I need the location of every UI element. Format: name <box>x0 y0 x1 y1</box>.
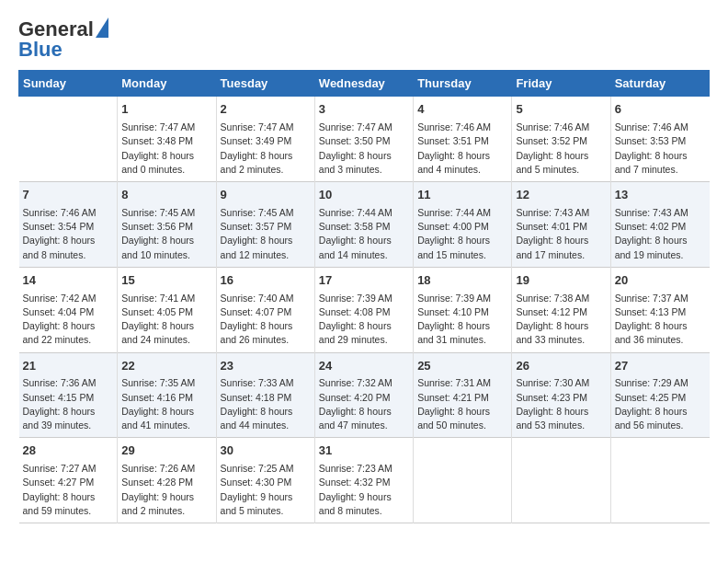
day-number: 9 <box>221 187 311 204</box>
calendar-cell: 4Sunrise: 7:46 AM Sunset: 3:51 PM Daylig… <box>414 97 512 182</box>
calendar-cell: 24Sunrise: 7:32 AM Sunset: 4:20 PM Dayli… <box>314 352 413 438</box>
col-header-sunday: Sunday <box>19 71 118 97</box>
calendar-cell: 5Sunrise: 7:46 AM Sunset: 3:52 PM Daylig… <box>512 97 610 182</box>
day-number: 2 <box>221 101 311 119</box>
day-details: Sunrise: 7:23 AM Sunset: 4:32 PM Dayligh… <box>319 462 409 518</box>
calendar-cell: 16Sunrise: 7:40 AM Sunset: 4:07 PM Dayli… <box>216 267 314 352</box>
day-details: Sunrise: 7:38 AM Sunset: 4:12 PM Dayligh… <box>516 292 606 348</box>
day-details: Sunrise: 7:45 AM Sunset: 3:56 PM Dayligh… <box>121 206 211 262</box>
day-number: 10 <box>319 187 409 204</box>
calendar-cell: 29Sunrise: 7:26 AM Sunset: 4:28 PM Dayli… <box>118 438 216 523</box>
day-number: 20 <box>615 272 706 290</box>
col-header-thursday: Thursday <box>414 71 512 97</box>
day-details: Sunrise: 7:32 AM Sunset: 4:20 PM Dayligh… <box>319 376 409 432</box>
day-details: Sunrise: 7:33 AM Sunset: 4:18 PM Dayligh… <box>221 376 311 432</box>
calendar-cell: 8Sunrise: 7:45 AM Sunset: 3:56 PM Daylig… <box>118 182 216 268</box>
calendar-cell: 25Sunrise: 7:31 AM Sunset: 4:21 PM Dayli… <box>414 352 512 438</box>
day-details: Sunrise: 7:36 AM Sunset: 4:15 PM Dayligh… <box>23 376 114 432</box>
calendar-cell: 22Sunrise: 7:35 AM Sunset: 4:16 PM Dayli… <box>118 352 216 438</box>
day-details: Sunrise: 7:43 AM Sunset: 4:02 PM Dayligh… <box>615 206 706 262</box>
col-header-friday: Friday <box>512 71 610 97</box>
calendar-cell: 17Sunrise: 7:39 AM Sunset: 4:08 PM Dayli… <box>314 267 413 352</box>
day-details: Sunrise: 7:44 AM Sunset: 3:58 PM Dayligh… <box>319 206 409 262</box>
day-number: 7 <box>23 187 114 204</box>
day-number: 14 <box>23 272 114 290</box>
day-details: Sunrise: 7:39 AM Sunset: 4:08 PM Dayligh… <box>319 292 409 348</box>
day-details: Sunrise: 7:46 AM Sunset: 3:51 PM Dayligh… <box>417 121 507 177</box>
day-number: 11 <box>417 187 507 204</box>
day-number: 15 <box>121 272 211 290</box>
week-row-4: 21Sunrise: 7:36 AM Sunset: 4:15 PM Dayli… <box>19 352 710 438</box>
day-number: 16 <box>221 272 311 290</box>
day-details: Sunrise: 7:47 AM Sunset: 3:48 PM Dayligh… <box>121 121 211 177</box>
day-details: Sunrise: 7:42 AM Sunset: 4:04 PM Dayligh… <box>23 292 114 348</box>
logo: General Blue <box>18 18 108 61</box>
calendar-cell <box>19 97 118 182</box>
day-details: Sunrise: 7:40 AM Sunset: 4:07 PM Dayligh… <box>221 292 311 348</box>
day-number: 31 <box>319 442 409 460</box>
day-details: Sunrise: 7:46 AM Sunset: 3:54 PM Dayligh… <box>23 206 114 262</box>
day-number: 19 <box>516 272 606 290</box>
calendar-cell: 1Sunrise: 7:47 AM Sunset: 3:48 PM Daylig… <box>118 97 216 182</box>
col-header-tuesday: Tuesday <box>216 71 314 97</box>
calendar-cell: 31Sunrise: 7:23 AM Sunset: 4:32 PM Dayli… <box>314 438 413 523</box>
day-number: 6 <box>615 101 706 119</box>
day-details: Sunrise: 7:35 AM Sunset: 4:16 PM Dayligh… <box>121 376 211 432</box>
calendar-table: SundayMondayTuesdayWednesdayThursdayFrid… <box>18 70 710 523</box>
week-row-5: 28Sunrise: 7:27 AM Sunset: 4:27 PM Dayli… <box>19 438 710 523</box>
calendar-cell: 18Sunrise: 7:39 AM Sunset: 4:10 PM Dayli… <box>414 267 512 352</box>
calendar-cell: 28Sunrise: 7:27 AM Sunset: 4:27 PM Dayli… <box>19 438 118 523</box>
day-number: 30 <box>221 442 311 460</box>
calendar-cell: 26Sunrise: 7:30 AM Sunset: 4:23 PM Dayli… <box>512 352 610 438</box>
day-details: Sunrise: 7:26 AM Sunset: 4:28 PM Dayligh… <box>121 462 211 518</box>
day-number: 17 <box>319 272 409 290</box>
calendar-cell: 15Sunrise: 7:41 AM Sunset: 4:05 PM Dayli… <box>118 267 216 352</box>
page-header: General Blue <box>18 18 710 61</box>
day-number: 24 <box>319 358 409 375</box>
day-number: 18 <box>417 272 507 290</box>
day-details: Sunrise: 7:27 AM Sunset: 4:27 PM Dayligh… <box>23 462 114 518</box>
calendar-cell: 30Sunrise: 7:25 AM Sunset: 4:30 PM Dayli… <box>216 438 314 523</box>
calendar-cell: 12Sunrise: 7:43 AM Sunset: 4:01 PM Dayli… <box>512 182 610 268</box>
day-number: 5 <box>516 101 606 119</box>
day-details: Sunrise: 7:39 AM Sunset: 4:10 PM Dayligh… <box>417 292 507 348</box>
day-details: Sunrise: 7:29 AM Sunset: 4:25 PM Dayligh… <box>615 376 706 432</box>
calendar-cell: 27Sunrise: 7:29 AM Sunset: 4:25 PM Dayli… <box>610 352 709 438</box>
calendar-cell: 14Sunrise: 7:42 AM Sunset: 4:04 PM Dayli… <box>19 267 118 352</box>
day-number: 3 <box>319 101 409 119</box>
week-row-1: 1Sunrise: 7:47 AM Sunset: 3:48 PM Daylig… <box>19 97 710 182</box>
calendar-cell: 19Sunrise: 7:38 AM Sunset: 4:12 PM Dayli… <box>512 267 610 352</box>
calendar-cell: 20Sunrise: 7:37 AM Sunset: 4:13 PM Dayli… <box>610 267 709 352</box>
calendar-cell: 10Sunrise: 7:44 AM Sunset: 3:58 PM Dayli… <box>314 182 413 268</box>
day-number: 28 <box>23 442 114 460</box>
day-details: Sunrise: 7:47 AM Sunset: 3:49 PM Dayligh… <box>221 121 311 177</box>
day-details: Sunrise: 7:44 AM Sunset: 4:00 PM Dayligh… <box>417 206 507 262</box>
day-details: Sunrise: 7:46 AM Sunset: 3:53 PM Dayligh… <box>615 121 706 177</box>
day-details: Sunrise: 7:25 AM Sunset: 4:30 PM Dayligh… <box>221 462 311 518</box>
logo-triangle-icon <box>96 17 108 38</box>
day-number: 1 <box>121 101 211 119</box>
calendar-cell: 9Sunrise: 7:45 AM Sunset: 3:57 PM Daylig… <box>216 182 314 268</box>
calendar-cell: 7Sunrise: 7:46 AM Sunset: 3:54 PM Daylig… <box>19 182 118 268</box>
col-header-wednesday: Wednesday <box>314 71 413 97</box>
day-number: 29 <box>121 442 211 460</box>
col-header-saturday: Saturday <box>610 71 709 97</box>
col-header-monday: Monday <box>118 71 216 97</box>
calendar-cell: 6Sunrise: 7:46 AM Sunset: 3:53 PM Daylig… <box>610 97 709 182</box>
day-details: Sunrise: 7:41 AM Sunset: 4:05 PM Dayligh… <box>121 292 211 348</box>
day-number: 8 <box>121 187 211 204</box>
calendar-cell: 21Sunrise: 7:36 AM Sunset: 4:15 PM Dayli… <box>19 352 118 438</box>
calendar-cell: 11Sunrise: 7:44 AM Sunset: 4:00 PM Dayli… <box>414 182 512 268</box>
day-number: 25 <box>417 358 507 375</box>
day-details: Sunrise: 7:31 AM Sunset: 4:21 PM Dayligh… <box>417 376 507 432</box>
day-details: Sunrise: 7:45 AM Sunset: 3:57 PM Dayligh… <box>221 206 311 262</box>
day-number: 4 <box>417 101 507 119</box>
week-row-2: 7Sunrise: 7:46 AM Sunset: 3:54 PM Daylig… <box>19 182 710 268</box>
day-number: 21 <box>23 358 114 375</box>
calendar-header-row: SundayMondayTuesdayWednesdayThursdayFrid… <box>19 71 710 97</box>
day-details: Sunrise: 7:30 AM Sunset: 4:23 PM Dayligh… <box>516 376 606 432</box>
day-details: Sunrise: 7:46 AM Sunset: 3:52 PM Dayligh… <box>516 121 606 177</box>
day-number: 12 <box>516 187 606 204</box>
calendar-cell: 13Sunrise: 7:43 AM Sunset: 4:02 PM Dayli… <box>610 182 709 268</box>
calendar-cell: 23Sunrise: 7:33 AM Sunset: 4:18 PM Dayli… <box>216 352 314 438</box>
